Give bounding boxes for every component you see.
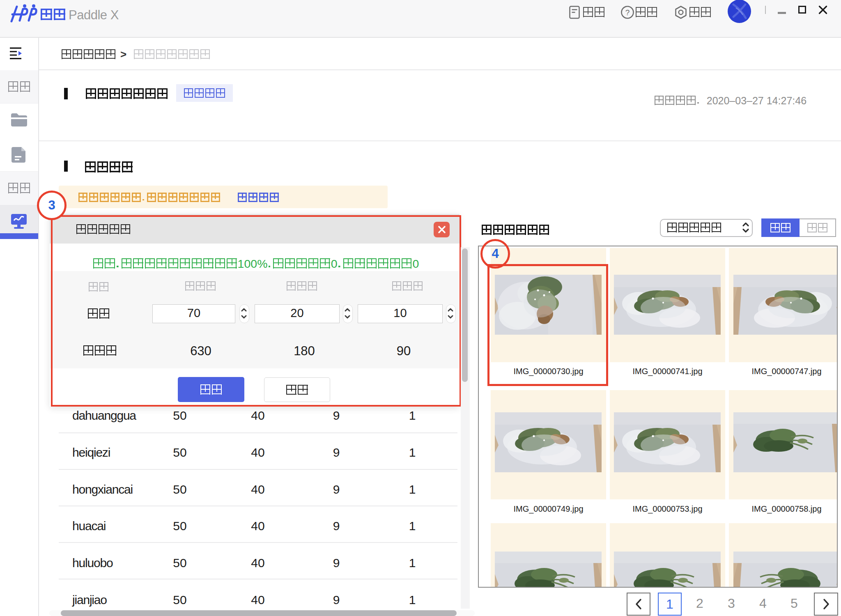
svg-text:?: ? (625, 8, 630, 17)
